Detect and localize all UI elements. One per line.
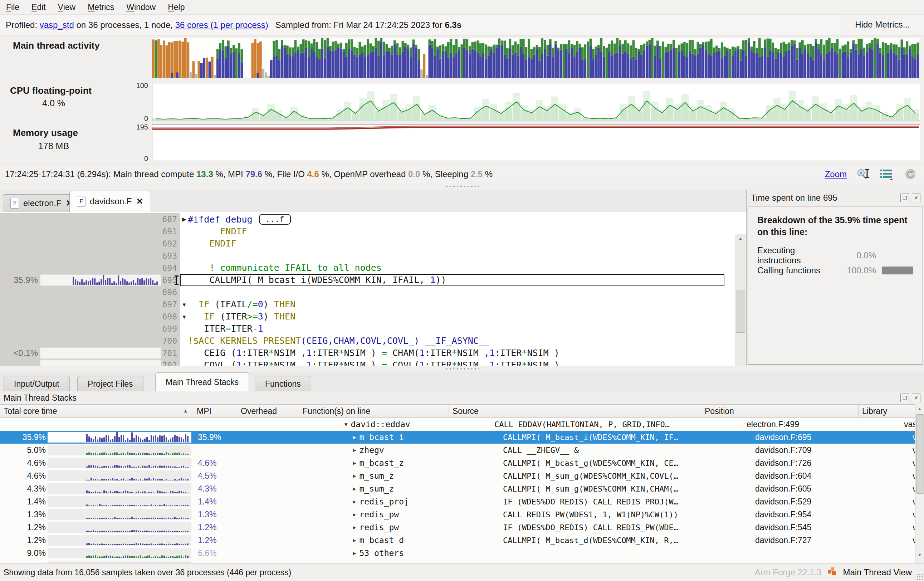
- code-line-702[interactable]: 702 COVL (1:ITER*NSIM_,1:ITER*NSIM_) = C…: [0, 359, 735, 366]
- metrics-list-icon[interactable]: [879, 167, 894, 182]
- column-header-position[interactable]: Position: [701, 404, 858, 418]
- code-line-700[interactable]: 700!$ACC KERNELS PRESENT(CEIG,CHAM,COVL,…: [0, 335, 735, 347]
- table-row[interactable]: 4.6%4.5%▶m_sum_zCALLMPI( M_sum_g(WDES%CO…: [0, 469, 915, 482]
- menu-window[interactable]: Window: [120, 0, 162, 14]
- code-line-693[interactable]: 693: [0, 250, 735, 262]
- table-row[interactable]: 9.0%6.6%▶53 others: [0, 547, 915, 560]
- code-line-696[interactable]: 696: [0, 286, 735, 299]
- table-row[interactable]: 1.3%1.3%▶redis_pwCALL REDIS_PW(WDES1, 1,…: [0, 508, 915, 521]
- code-line-697[interactable]: 697▼ IF (IFAIL/=0) THEN: [0, 299, 735, 310]
- expand-closed-icon[interactable]: ▶: [353, 486, 356, 492]
- expand-open-icon[interactable]: ▼: [345, 421, 347, 427]
- time-summary-bar: 17:24:25-17:24:31 (6.294s): Main thread …: [0, 165, 924, 183]
- collapsed-code-box[interactable]: ...f: [259, 214, 291, 224]
- code-text[interactable]: COVL (1:ITER*NSIM_,1:ITER*NSIM_) = COVL(…: [188, 360, 559, 366]
- table-row[interactable]: 1.2%1.2%▶m_bcast_dCALLMPI( M_bcast_d(WDE…: [0, 534, 915, 547]
- code-text[interactable]: CALLMPI( M_bcast_i(WDES%COMM_KIN, IFAIL,…: [188, 275, 446, 286]
- table-row[interactable]: 4.3%4.3%▶m_sum_zCALLMPI( M_sum_g(WDES%CO…: [0, 482, 915, 495]
- scroll-up-icon[interactable]: ▲: [916, 404, 924, 414]
- total-time-percent: 4.6%: [0, 458, 46, 468]
- column-header-overhead[interactable]: Overhead: [237, 404, 299, 418]
- table-row[interactable]: 1.2%1.2%▶redis_pwIF (WDES%DO_REDIS) CALL…: [0, 521, 915, 534]
- fold-closed-icon[interactable]: ▶: [181, 216, 188, 223]
- code-text[interactable]: #ifdef debug...f: [188, 214, 291, 225]
- zoom-link[interactable]: Zoom: [825, 169, 847, 179]
- horizontal-splitter-top[interactable]: [0, 183, 924, 190]
- code-line-691[interactable]: 691 ENDIF: [0, 225, 735, 238]
- table-scrollbar-thumb[interactable]: [916, 414, 924, 494]
- table-row[interactable]: 35.9%35.9%▶m_bcast_iCALLMPI( M_bcast_i(W…: [0, 431, 915, 444]
- table-row[interactable]: 4.6%4.6%▶m_bcast_zCALLMPI( M_bcast_g(WDE…: [0, 457, 915, 469]
- expand-closed-icon[interactable]: ▶: [353, 434, 356, 440]
- code-text[interactable]: ENDIF: [188, 238, 236, 249]
- code-text[interactable]: CEIG (1:ITER*NSIM_,1:ITER*NSIM_) = CHAM(…: [188, 348, 559, 358]
- close-panel-icon[interactable]: ✕: [912, 393, 921, 402]
- code-line-694[interactable]: 694 ! communicate IFAIL to all nodes: [0, 262, 735, 274]
- code-text[interactable]: IF (ITER>=3) THEN: [188, 311, 295, 322]
- code-line-699[interactable]: 699 ITER=ITER-1: [0, 323, 735, 335]
- function-name: m_sum_z: [359, 471, 394, 480]
- code-text[interactable]: IF (IFAIL/=0) THEN: [188, 299, 295, 310]
- code-line-701[interactable]: <0.1%701 CEIG (1:ITER*NSIM_,1:ITER*NSIM_…: [0, 347, 735, 359]
- float-panel-icon[interactable]: ❐: [900, 193, 909, 202]
- main-thread-activity-chart[interactable]: [152, 38, 919, 78]
- code-line-687[interactable]: 687▶#ifdef debug...f: [0, 213, 735, 225]
- code-scrollbar-thumb[interactable]: [736, 290, 745, 333]
- expand-closed-icon[interactable]: ▶: [353, 550, 356, 556]
- cpu-floating-point-chart[interactable]: [152, 83, 920, 121]
- code-text[interactable]: ENDIF: [188, 226, 247, 237]
- column-header-mpi[interactable]: MPI: [193, 404, 237, 418]
- table-row[interactable]: ▼david::eddavCALL EDDAV(HAMILTONIAN, P, …: [0, 418, 915, 431]
- fold-open-icon[interactable]: ▼: [181, 314, 188, 320]
- code-scrollbar[interactable]: ▲ ▼: [735, 234, 746, 366]
- expand-closed-icon[interactable]: ▶: [353, 499, 356, 504]
- expand-closed-icon[interactable]: ▶: [353, 473, 356, 479]
- tab-main-thread-stacks[interactable]: Main Thread Stacks: [155, 372, 249, 392]
- menu-metrics[interactable]: Metrics: [82, 0, 120, 14]
- table-row[interactable]: 1.4%1.4%▶redis_projIF (WDES%DO_REDIS) CA…: [0, 495, 915, 508]
- expand-closed-icon[interactable]: ▶: [353, 447, 356, 453]
- code-line-692[interactable]: 692 ENDIF: [0, 238, 735, 250]
- column-header-source[interactable]: Source: [449, 404, 701, 418]
- menu-view[interactable]: View: [52, 0, 82, 14]
- menu-help[interactable]: Help: [162, 0, 191, 14]
- scroll-down-icon[interactable]: ▼: [916, 550, 924, 560]
- tab-input-output[interactable]: Input/Output: [3, 376, 70, 391]
- cores-link[interactable]: 36 cores (1 per process): [175, 20, 268, 30]
- resize-grip[interactable]: [916, 573, 923, 580]
- code-line-695[interactable]: 35.9%695 CALLMPI( M_bcast_i(WDES%COMM_KI…: [0, 274, 735, 286]
- table-row[interactable]: 5.0%▶zhegv_CALL __ZHEGV__ &davidson.F:70…: [0, 444, 915, 457]
- close-tab-icon[interactable]: ✕: [136, 196, 143, 206]
- close-panel-icon[interactable]: ✕: [912, 193, 921, 202]
- tab-electron.F[interactable]: Felectron.F✕: [3, 194, 81, 212]
- scroll-up-icon[interactable]: ▲: [735, 234, 746, 243]
- expand-closed-icon[interactable]: ▶: [353, 525, 356, 530]
- zoom-select-icon[interactable]: A: [856, 167, 870, 182]
- reset-view-icon[interactable]: [903, 167, 917, 182]
- expand-closed-icon[interactable]: ▶: [353, 537, 356, 543]
- code-text[interactable]: ITER=ITER-1: [188, 324, 263, 334]
- fold-open-icon[interactable]: ▼: [181, 302, 188, 308]
- program-link[interactable]: vasp_std: [40, 20, 74, 30]
- code-text[interactable]: !$ACC KERNELS PRESENT(CEIG,CHAM,COVL,COV…: [188, 335, 489, 346]
- menu-file[interactable]: File: [0, 0, 25, 14]
- menu-edit[interactable]: Edit: [25, 0, 52, 14]
- memory-usage-chart[interactable]: [152, 124, 920, 161]
- tab-functions[interactable]: Functions: [255, 376, 311, 391]
- column-header-library[interactable]: Library: [858, 404, 915, 418]
- expand-closed-icon[interactable]: ▶: [353, 460, 356, 466]
- cell-library: vasp_std: [912, 446, 915, 455]
- horizontal-splitter-bottom[interactable]: [0, 366, 924, 372]
- column-header-total-core-time[interactable]: Total core time▲: [0, 404, 193, 418]
- code-text[interactable]: ! communicate IFAIL to all nodes: [188, 262, 382, 273]
- table-scrollbar[interactable]: ▲ ▼: [915, 404, 924, 563]
- code-line-content: COVL (1:ITER*NSIM_,1:ITER*NSIM_) = COVL(…: [180, 359, 724, 366]
- table-row[interactable]: [0, 560, 915, 563]
- tab-project-files[interactable]: Project Files: [77, 376, 144, 391]
- float-panel-icon[interactable]: ❐: [900, 393, 909, 402]
- expand-closed-icon[interactable]: ▶: [353, 512, 356, 517]
- tab-davidson.F[interactable]: Fdavidson.F✕: [69, 191, 151, 212]
- column-header-function-s-on-line[interactable]: Function(s) on line: [299, 404, 449, 418]
- code-line-698[interactable]: 698▼ IF (ITER>=3) THEN: [0, 310, 735, 323]
- hide-metrics-button[interactable]: Hide Metrics...: [841, 15, 924, 35]
